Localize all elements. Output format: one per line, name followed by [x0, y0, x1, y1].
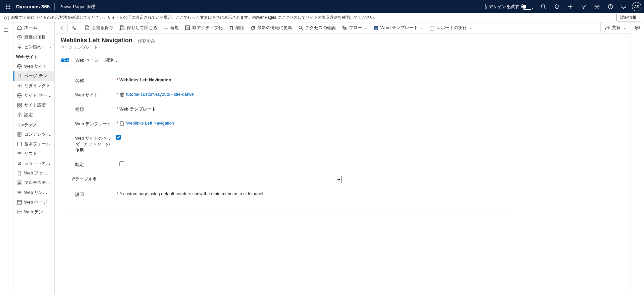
sidebar-item[interactable]: ホーム: [13, 22, 54, 32]
try-new-design-toggle[interactable]: [521, 4, 533, 10]
sidebar-item-label: サイト設定: [24, 102, 52, 108]
save-button[interactable]: 上書き保存: [82, 23, 116, 32]
redirect-icon: [16, 83, 22, 88]
globe-icon: [16, 93, 22, 98]
sidebar-item-label: ピン留め済み: [24, 44, 49, 50]
sidebar-item[interactable]: ショートカット: [13, 158, 54, 168]
sidebar-item[interactable]: リスト: [13, 149, 54, 158]
sidebar-item-label: ホーム: [24, 24, 52, 30]
refresh-button[interactable]: 最新の情報に更新: [248, 23, 295, 32]
help-icon[interactable]: [604, 0, 617, 13]
checkbox-is-default[interactable]: [119, 161, 124, 166]
app-name: Power Pages 管理: [59, 4, 95, 10]
infobar-message: 編集する前にサイトの表示方法を確認してください。サイトが公開に設定されている場合…: [11, 15, 378, 20]
sidebar-item[interactable]: 基本フォーム: [13, 139, 54, 149]
label-table-name: テーブル名: [75, 176, 115, 182]
checkbox-use-header-footer[interactable]: [116, 135, 121, 140]
share-button[interactable]: 共有⌄: [602, 23, 629, 32]
sidebar-item-label: サイト マーカー: [24, 92, 52, 98]
flow-button[interactable]: フロー⌄: [339, 23, 370, 32]
field-name[interactable]: Weblinks Left Navigation: [119, 77, 171, 82]
label-name: 名称: [75, 77, 115, 84]
sidebar-section-web: Web サイト: [13, 52, 54, 61]
back-button[interactable]: [57, 23, 66, 32]
assistant-icon[interactable]: [635, 25, 641, 294]
chat-icon[interactable]: [617, 0, 631, 13]
infobar-detail-button[interactable]: 詳細情報: [616, 14, 640, 21]
field-type[interactable]: Web テンプレート: [119, 106, 156, 112]
clock-icon: [16, 34, 22, 40]
new-button[interactable]: 新規: [161, 23, 181, 32]
sidebar-item[interactable]: Web サイト: [13, 61, 54, 71]
brand-label: Dynamics 365: [16, 4, 50, 9]
globe-icon: [16, 64, 22, 69]
info-icon: [4, 15, 9, 20]
pin-icon: [16, 44, 22, 49]
popout-button[interactable]: [69, 23, 78, 32]
sidebar-item-label: Web ファイル: [24, 170, 52, 176]
sidebar-section-content: コンテンツ: [13, 120, 54, 129]
label-web-template: Web テンプレート: [75, 121, 115, 127]
sidebar-item[interactable]: サイト設定: [13, 100, 54, 110]
sidebar-item[interactable]: ページ テンプレ...: [13, 71, 54, 81]
sidebar-item-label: 設定: [24, 112, 52, 118]
sidebar-item[interactable]: Web テンプレート: [13, 207, 54, 217]
sidebar-item[interactable]: 最近の項目 ⌄: [13, 32, 54, 42]
sidebar-item-label: Web ページ: [24, 199, 52, 205]
chevron-down-icon: ⌄: [49, 45, 52, 49]
sidebar-item[interactable]: ピン留め済み ⌄: [13, 42, 54, 52]
table-name-select[interactable]: [124, 176, 342, 183]
sidebar-item-label: 最近の項目: [24, 34, 49, 40]
multistep-icon: [16, 180, 22, 185]
word-template-button[interactable]: Word テンプレート⌄: [371, 23, 426, 32]
sidebar-item[interactable]: リダイレクト: [13, 81, 54, 90]
sidebar-item-label: 基本フォーム: [24, 141, 52, 147]
sidebar-item[interactable]: サイト マーカー: [13, 90, 54, 100]
gear-icon: [16, 112, 22, 117]
sidebar-item[interactable]: コンテンツ スニ...: [13, 129, 54, 139]
webpage-icon: [16, 200, 22, 205]
lock-icon: [71, 176, 75, 180]
sidebar-item-label: コンテンツ スニ...: [24, 131, 52, 137]
delete-button[interactable]: 削除: [226, 23, 247, 32]
sidebar-item-label: Web リンク セット: [24, 190, 52, 196]
settings-grid-icon: [16, 102, 22, 107]
sidebar-item[interactable]: Web ファイル: [13, 168, 54, 178]
deactivate-button[interactable]: 非アクティブ化: [182, 23, 225, 32]
list-icon: [16, 151, 22, 156]
run-report-button[interactable]: レポートの実行⌄: [427, 23, 475, 32]
field-web-template-link[interactable]: Weblinks Left Navigation: [119, 121, 174, 126]
tab-web-pages[interactable]: Web ページ: [75, 55, 99, 66]
sidebar-item-label: リダイレクト: [24, 83, 52, 89]
settings-icon[interactable]: [590, 0, 604, 13]
tab-general[interactable]: 全般: [61, 55, 69, 66]
search-icon[interactable]: [537, 0, 550, 13]
check-access-button[interactable]: アクセスの確認: [296, 23, 338, 32]
label-is-default: 既定: [75, 161, 115, 168]
avatar[interactable]: AS: [632, 2, 641, 11]
sidebar-item[interactable]: Web ページ: [13, 197, 54, 207]
field-description[interactable]: A custom page using default headers show…: [119, 191, 264, 196]
sidebar-item[interactable]: Web リンク セット: [13, 188, 54, 197]
label-use-header-footer: Web サイトのヘッダーとフッターの使用: [75, 135, 112, 153]
sidebar-item[interactable]: マルチステップ ...: [13, 178, 54, 188]
lightbulb-icon[interactable]: [550, 0, 564, 13]
try-new-design-label: 新デザインを試す: [484, 4, 519, 10]
form-icon: [16, 141, 22, 146]
sidebar-item[interactable]: 設定: [13, 110, 54, 120]
hamburger-icon[interactable]: [3, 26, 11, 34]
add-icon[interactable]: [564, 0, 577, 13]
save-close-button[interactable]: 保存して閉じる: [117, 23, 160, 32]
record-title: Weblinks Left Navigation: [61, 37, 132, 44]
sidebar-item-label: Web サイト: [24, 63, 52, 69]
filter-icon[interactable]: [577, 0, 590, 13]
home-icon: [16, 25, 22, 30]
snippet-icon: [16, 132, 22, 137]
field-website-link[interactable]: tutorial-custom-layouts - site-datwe: [119, 92, 194, 97]
record-entity-type: ページ テンプレート: [61, 45, 625, 50]
required-indicator: *: [115, 77, 119, 82]
app-launcher-icon[interactable]: [3, 1, 13, 12]
sidebar-item-label: ページ テンプレ...: [24, 73, 52, 79]
tab-related[interactable]: 関連⌄: [105, 55, 118, 66]
linkset-icon: [16, 190, 22, 195]
